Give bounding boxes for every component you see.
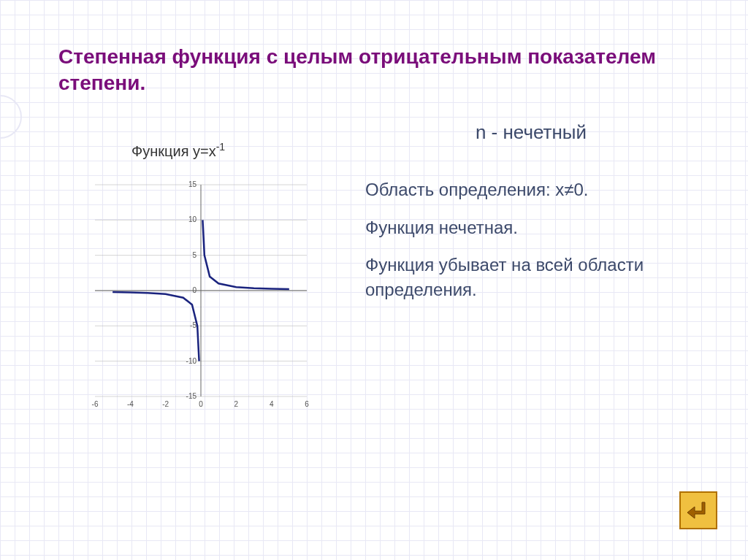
chart-plot: -15-10-5051015-6-4-20246: [58, 170, 321, 418]
subheading: n - нечетный: [365, 119, 697, 145]
svg-text:5: 5: [192, 251, 196, 259]
svg-text:-4: -4: [127, 400, 134, 408]
para-domain: Область определения: x≠0.: [365, 177, 697, 202]
svg-text:2: 2: [234, 400, 239, 408]
return-arrow-icon: [686, 498, 711, 523]
slide: Степенная функция с целым отрицательным …: [0, 0, 748, 560]
svg-text:-15: -15: [186, 392, 197, 400]
chart-title-exp: -1: [216, 141, 225, 153]
chart-title-text: Функция y=x: [131, 142, 216, 158]
content-row: Функция y=x-1 -15-10-5051015-6-4-20246 n…: [58, 119, 697, 419]
chart-title: Функция y=x-1: [131, 141, 336, 160]
svg-text:-6: -6: [92, 400, 99, 408]
svg-text:10: 10: [188, 216, 197, 224]
text-area: n - нечетный Область определения: x≠0. Ф…: [365, 119, 697, 419]
para-decreasing: Функция убывает на всей области определе…: [365, 253, 697, 302]
svg-text:15: 15: [188, 180, 197, 188]
page-title: Степенная функция с целым отрицательным …: [58, 44, 697, 97]
svg-text:0: 0: [199, 400, 203, 408]
svg-text:4: 4: [270, 400, 274, 408]
chart-area: Функция y=x-1 -15-10-5051015-6-4-20246: [58, 119, 336, 419]
svg-text:-10: -10: [186, 357, 197, 365]
svg-text:6: 6: [305, 400, 309, 408]
decor-circle: [0, 95, 22, 139]
svg-text:-2: -2: [162, 400, 169, 408]
chart-svg: -15-10-5051015-6-4-20246: [58, 170, 321, 418]
para-odd: Функция нечетная.: [365, 215, 697, 240]
return-button[interactable]: [679, 491, 717, 529]
